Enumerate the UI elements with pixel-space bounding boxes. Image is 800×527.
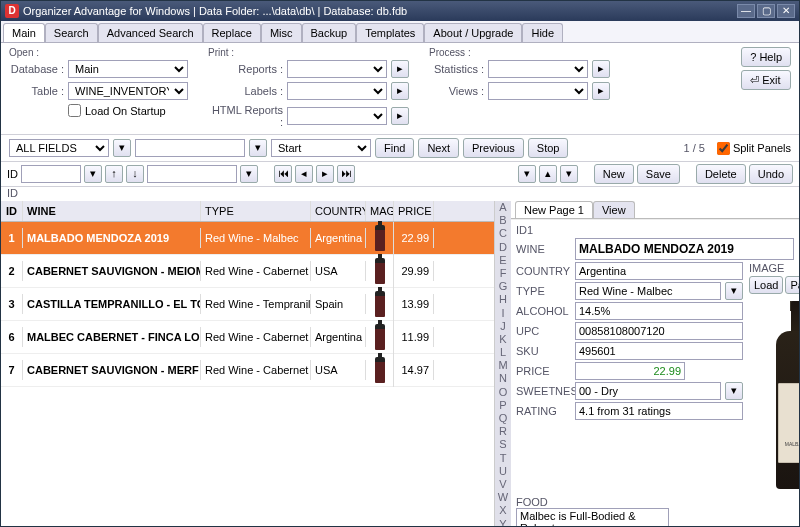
image-load-button[interactable]: Load <box>749 276 783 294</box>
new-button[interactable]: New <box>594 164 634 184</box>
expand-down-icon[interactable]: ▾ <box>560 165 578 183</box>
sku-field-label: SKU <box>516 345 571 357</box>
close-button[interactable]: ✕ <box>777 4 795 18</box>
sweetness-field-label: SWEETNESS <box>516 385 571 397</box>
minimize-button[interactable]: — <box>737 4 755 18</box>
reports-select[interactable] <box>287 60 387 78</box>
grid-panel: ID WINE TYPE COUNTRY MAGE PRICE 1MALBADO… <box>1 201 495 526</box>
sku-field[interactable] <box>575 342 743 360</box>
alpha-index[interactable]: ABCDEFGHIJKLMNOPQRSTUVWXYZ <box>495 201 511 526</box>
process-group-label: Process : <box>429 47 610 58</box>
nav-last-icon[interactable]: ⏭ <box>337 165 355 183</box>
wine-image: MALBADO <box>749 296 799 496</box>
expand-up-icon[interactable]: ▴ <box>539 165 557 183</box>
image-paste-button[interactable]: Paste <box>785 276 799 294</box>
search-field-select[interactable]: ALL FIELDS <box>9 139 109 157</box>
statistics-select[interactable] <box>488 60 588 78</box>
rating-field[interactable] <box>575 402 743 420</box>
price-field[interactable] <box>575 362 685 380</box>
app-window: D Organizer Advantage for Windows | Data… <box>0 0 800 527</box>
tab-backup[interactable]: Backup <box>302 23 357 42</box>
filter-input[interactable] <box>147 165 237 183</box>
table-row[interactable]: 3CASTILLA TEMPRANILLO - EL TOCADORed Win… <box>1 288 494 321</box>
field-stepper[interactable]: ▾ <box>113 139 131 157</box>
stop-button[interactable]: Stop <box>528 138 569 158</box>
previous-button[interactable]: Previous <box>463 138 524 158</box>
col-header-id[interactable]: ID <box>1 201 23 221</box>
id-sublabel: ID <box>1 187 799 201</box>
country-field[interactable] <box>575 262 743 280</box>
country-field-label: COUNTRY <box>516 265 571 277</box>
type-field[interactable] <box>575 282 721 300</box>
grid-header: ID WINE TYPE COUNTRY MAGE PRICE <box>1 201 494 222</box>
nav-first-icon[interactable]: ⏮ <box>274 165 292 183</box>
sort-desc-icon[interactable]: ↓ <box>126 165 144 183</box>
undo-button[interactable]: Undo <box>749 164 793 184</box>
htmlreports-select[interactable] <box>287 107 387 125</box>
tab-hide[interactable]: Hide <box>522 23 563 42</box>
reports-go-icon[interactable]: ▸ <box>391 60 409 78</box>
exit-button[interactable]: ⏎Exit <box>741 70 791 90</box>
col-header-wine[interactable]: WINE <box>23 201 201 221</box>
help-button[interactable]: ?Help <box>741 47 791 67</box>
htmlreports-label: HTML Reports : <box>208 104 283 128</box>
tab-templates[interactable]: Templates <box>356 23 424 42</box>
load-startup-checkbox[interactable] <box>68 104 81 117</box>
table-select[interactable]: WINE_INVENTORY <box>68 82 188 100</box>
text-stepper[interactable]: ▾ <box>249 139 267 157</box>
wine-field-label: WINE <box>516 243 571 255</box>
tab-about-upgrade[interactable]: About / Upgrade <box>424 23 522 42</box>
next-button[interactable]: Next <box>418 138 459 158</box>
maximize-button[interactable]: ▢ <box>757 4 775 18</box>
tab-newpage1[interactable]: New Page 1 <box>515 201 593 218</box>
main-tabs: MainSearchAdvanced SearchReplaceMiscBack… <box>1 21 799 43</box>
save-button[interactable]: Save <box>637 164 680 184</box>
food-field-label: FOOD <box>516 496 548 508</box>
wine-field[interactable] <box>575 238 794 260</box>
filter-stepper[interactable]: ▾ <box>240 165 258 183</box>
database-select[interactable]: Main <box>68 60 188 78</box>
alcohol-field[interactable] <box>575 302 743 320</box>
find-button[interactable]: Find <box>375 138 414 158</box>
htmlreports-go-icon[interactable]: ▸ <box>391 107 409 125</box>
statistics-go-icon[interactable]: ▸ <box>592 60 610 78</box>
tab-search[interactable]: Search <box>45 23 98 42</box>
sweetness-field[interactable] <box>575 382 721 400</box>
titlebar: D Organizer Advantage for Windows | Data… <box>1 1 799 21</box>
col-header-price[interactable]: PRICE <box>394 201 434 221</box>
id-stepper[interactable]: ▾ <box>84 165 102 183</box>
window-title: Organizer Advantage for Windows | Data F… <box>23 5 737 17</box>
delete-button[interactable]: Delete <box>696 164 746 184</box>
labels-go-icon[interactable]: ▸ <box>391 82 409 100</box>
col-header-type[interactable]: TYPE <box>201 201 311 221</box>
tab-replace[interactable]: Replace <box>203 23 261 42</box>
upc-field[interactable] <box>575 322 743 340</box>
table-row[interactable]: 1MALBADO MENDOZA 2019Red Wine - MalbecAr… <box>1 222 494 255</box>
search-mode-select[interactable]: Start <box>271 139 371 157</box>
sweetness-dropdown-icon[interactable]: ▾ <box>725 382 743 400</box>
collapse-icon[interactable]: ▾ <box>518 165 536 183</box>
food-field[interactable] <box>516 508 669 526</box>
col-header-country[interactable]: COUNTRY <box>311 201 366 221</box>
search-text[interactable] <box>135 139 245 157</box>
table-row[interactable]: 7CABERNET SAUVIGNON - MERF COLUMRed Wine… <box>1 354 494 387</box>
labels-select[interactable] <box>287 82 387 100</box>
sort-asc-icon[interactable]: ↑ <box>105 165 123 183</box>
col-header-image[interactable]: MAGE <box>366 201 394 221</box>
views-select[interactable] <box>488 82 588 100</box>
type-dropdown-icon[interactable]: ▾ <box>725 282 743 300</box>
app-icon: D <box>5 4 19 18</box>
table-row[interactable]: 2CABERNET SAUVIGNON - MEIOMIRed Wine - C… <box>1 255 494 288</box>
tab-view[interactable]: View <box>593 201 635 218</box>
tab-main[interactable]: Main <box>3 23 45 42</box>
nav-next-icon[interactable]: ▸ <box>316 165 334 183</box>
table-label: Table : <box>9 85 64 97</box>
table-row[interactable]: 6MALBEC CABERNET - FINCA LOS PRIMRed Win… <box>1 321 494 354</box>
id-input[interactable] <box>21 165 81 183</box>
type-field-label: TYPE <box>516 285 571 297</box>
split-panels-checkbox[interactable] <box>717 142 730 155</box>
tab-advanced-search[interactable]: Advanced Search <box>98 23 203 42</box>
nav-prev-icon[interactable]: ◂ <box>295 165 313 183</box>
views-go-icon[interactable]: ▸ <box>592 82 610 100</box>
tab-misc[interactable]: Misc <box>261 23 302 42</box>
